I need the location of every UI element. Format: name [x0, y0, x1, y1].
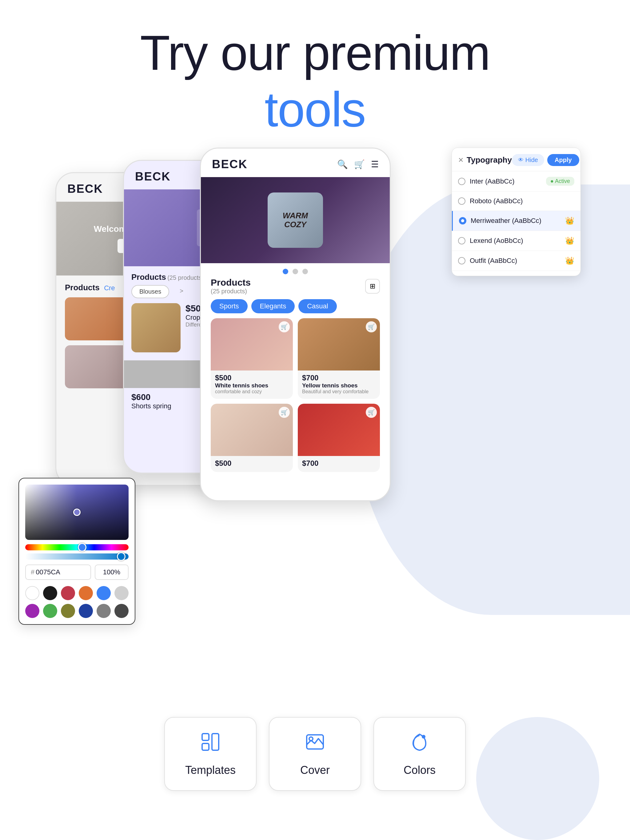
- font-option-merriweather[interactable]: Merriweather (AaBbCc) 👑: [452, 211, 581, 231]
- front-price-4: $700: [302, 459, 375, 467]
- hide-label: Hide: [526, 156, 538, 164]
- radio-roboto: [458, 197, 465, 205]
- swatch-black[interactable]: [43, 586, 57, 600]
- radio-merriweather: [459, 217, 466, 224]
- colors-icon: [409, 731, 431, 758]
- alpha-slider[interactable]: [25, 553, 128, 560]
- swatch-white[interactable]: [25, 586, 40, 600]
- casual-chip[interactable]: Casual: [298, 299, 337, 313]
- font-name-inter: Inter (AaBbCc): [470, 177, 514, 185]
- font-option-merriweather-left: Merriweather (AaBbCc): [459, 217, 541, 225]
- headline-section: Try our premium tools: [0, 0, 630, 138]
- panel-title: Typography: [467, 155, 512, 165]
- eye-icon: 👁: [518, 157, 524, 163]
- panel-header: ✕ Typography 👁 Hide Apply: [452, 154, 581, 171]
- elegants-chip[interactable]: Elegants: [251, 299, 295, 313]
- front-search-icon: 🔍: [337, 159, 348, 169]
- hex-value: 0075CA: [36, 568, 60, 576]
- phone-front-header: BECK 🔍 🛒 ☰: [201, 148, 390, 177]
- bottom-toolbar: Templates Cover Colors: [164, 717, 466, 791]
- swatch-purple[interactable]: [25, 604, 40, 618]
- font-name-outfit: Outfit (AaBbCc): [470, 257, 517, 265]
- phone-mid-brand: BECK: [135, 170, 171, 183]
- front-products-header: Products (25 products) ⊞: [201, 277, 390, 295]
- templates-label: Templates: [185, 764, 236, 777]
- hue-slider[interactable]: [25, 544, 128, 550]
- front-product-desc-1: comfortable and cozy: [215, 389, 288, 395]
- font-option-inter[interactable]: Inter (AaBbCc) ● Active: [452, 171, 581, 191]
- font-option-lexend[interactable]: Lexend (AoBbCc) 👑: [452, 231, 581, 251]
- front-product-info-4: $700: [298, 456, 380, 472]
- panel-actions: 👁 Hide Apply: [512, 154, 579, 166]
- swatch-dark-blue[interactable]: [79, 604, 93, 618]
- active-badge-inter: ● Active: [546, 177, 574, 186]
- front-product-info-3: $500: [211, 456, 293, 472]
- hex-opacity-row: # 0075CA 100%: [25, 565, 128, 580]
- front-category-chips: Sports Elegants Casual: [201, 299, 390, 313]
- phone-front: BECK 🔍 🛒 ☰ WARMCOZY Products (25 product…: [200, 148, 391, 501]
- front-product-grid: 🛒 $500 White tennis shoes comfortable an…: [201, 313, 390, 477]
- front-product-info-2: $700 Yellow tennis shoes Beautiful and v…: [298, 371, 380, 399]
- hue-indicator: [78, 543, 86, 552]
- cart-badge-3: 🛒: [279, 407, 290, 418]
- swatch-blue[interactable]: [97, 586, 111, 600]
- close-icon[interactable]: ✕: [458, 156, 464, 164]
- decorative-circle: [476, 717, 599, 840]
- swatch-dark-gray[interactable]: [114, 604, 128, 618]
- font-option-outfit-left: Outfit (AaBbCc): [458, 257, 517, 265]
- swatch-gray[interactable]: [97, 604, 111, 618]
- front-product-2: 🛒 $700 Yellow tennis shoes Beautiful and…: [298, 318, 380, 399]
- panel-title-row: ✕ Typography: [458, 155, 512, 165]
- font-name-roboto: Roboto (AaBbCc): [470, 197, 522, 205]
- dot-2: [293, 269, 298, 274]
- front-product-name-2: Yellow tennis shoes: [302, 382, 375, 389]
- back-products-label: Products Cre: [65, 283, 115, 292]
- apply-button[interactable]: Apply: [547, 154, 579, 166]
- colors-label: Colors: [404, 764, 435, 777]
- phone-front-icons: 🔍 🛒 ☰: [337, 159, 379, 169]
- swatch-red[interactable]: [61, 586, 75, 600]
- sports-chip[interactable]: Sports: [211, 299, 248, 313]
- front-product-3: 🛒 $500: [211, 404, 293, 472]
- front-hero-banner: WARMCOZY: [201, 177, 390, 263]
- alpha-indicator: [117, 552, 125, 561]
- crown-icon-merriweather: 👑: [565, 216, 574, 225]
- front-product-info-1: $500 White tennis shoes comfortable and …: [211, 371, 293, 399]
- filter-button[interactable]: ⊞: [365, 279, 380, 294]
- font-option-lexend-left: Lexend (AoBbCc): [458, 237, 523, 245]
- hide-button[interactable]: 👁 Hide: [512, 154, 544, 166]
- swatch-olive[interactable]: [61, 604, 75, 618]
- front-cart-icon: 🛒: [354, 159, 365, 169]
- swatch-green[interactable]: [43, 604, 57, 618]
- cart-badge-4: 🛒: [366, 407, 377, 418]
- front-product-desc-2: Beautiful and very comfortable: [302, 389, 375, 395]
- mug-text: WARMCOZY: [283, 211, 308, 229]
- color-gradient[interactable]: [25, 485, 128, 540]
- svg-point-4: [309, 737, 313, 741]
- swatch-orange[interactable]: [79, 586, 93, 600]
- crown-icon-outfit: 👑: [565, 256, 574, 265]
- hex-input[interactable]: # 0075CA: [25, 565, 91, 580]
- phone-back-brand: BECK: [67, 182, 103, 196]
- font-option-outfit[interactable]: Outfit (AaBbCc) 👑: [452, 251, 581, 271]
- blouses-chip[interactable]: Blouses: [131, 285, 169, 298]
- front-products-title: Products (25 products): [211, 277, 251, 295]
- next-chip: >: [172, 285, 191, 298]
- swatch-light-gray[interactable]: [114, 586, 128, 600]
- font-name-lexend: Lexend (AoBbCc): [470, 237, 523, 245]
- front-price-3: $500: [215, 459, 288, 467]
- svg-rect-1: [202, 744, 209, 750]
- svg-point-5: [422, 735, 426, 739]
- mug-visual: WARMCOZY: [268, 193, 323, 248]
- svg-rect-0: [202, 734, 209, 741]
- radio-lexend: [458, 237, 465, 245]
- opacity-input[interactable]: 100%: [95, 565, 128, 580]
- colors-button[interactable]: Colors: [374, 717, 466, 791]
- templates-button[interactable]: Templates: [164, 717, 256, 791]
- cover-button[interactable]: Cover: [269, 717, 361, 791]
- font-option-roboto[interactable]: Roboto (AaBbCc): [452, 191, 581, 211]
- phone-front-brand: BECK: [212, 158, 248, 171]
- radio-outfit: [458, 257, 465, 264]
- back-cre-label: Cre: [104, 284, 115, 292]
- cover-icon: [304, 731, 326, 758]
